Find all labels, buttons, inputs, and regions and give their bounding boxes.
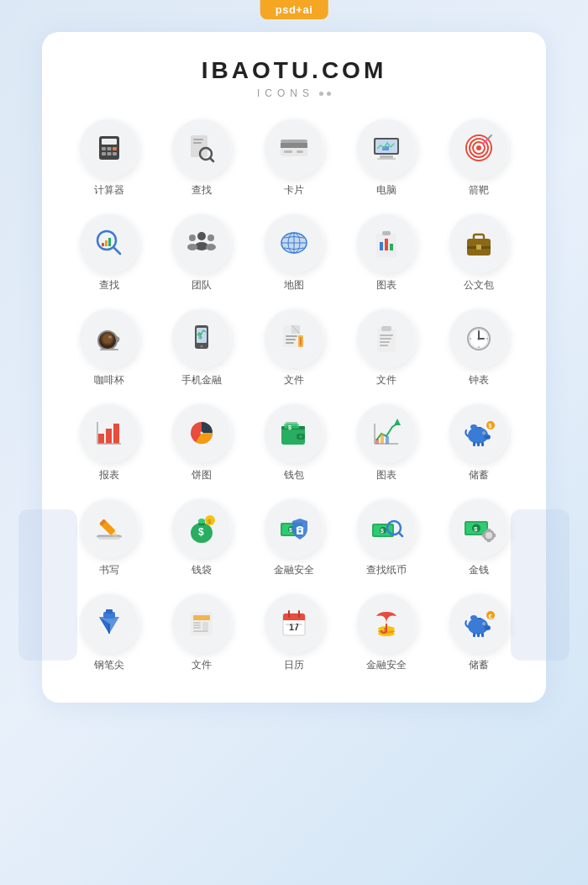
svg-rect-1 (102, 139, 117, 145)
svg-rect-174 (298, 624, 302, 625)
svg-point-58 (108, 336, 112, 339)
briefcase-icon (449, 213, 509, 273)
svg-point-36 (189, 234, 196, 241)
list-item: 饼图 (160, 403, 244, 482)
finance-security2-icon: $ (356, 593, 417, 653)
svg-rect-4 (113, 147, 117, 150)
svg-point-92 (201, 432, 203, 435)
svg-rect-157 (106, 609, 113, 614)
svg-rect-20 (380, 155, 393, 158)
list-item: 书写 (67, 498, 151, 577)
piggybank2-icon: € (449, 593, 509, 653)
list-item: 公文包 (437, 213, 521, 292)
barchart-icon (79, 403, 139, 463)
svg-rect-87 (106, 429, 112, 444)
svg-point-185 (486, 627, 487, 629)
svg-rect-172 (286, 624, 290, 625)
svg-rect-114 (477, 427, 481, 429)
svg-point-62 (201, 345, 203, 348)
svg-point-128 (198, 519, 205, 524)
svg-rect-70 (300, 337, 302, 345)
svg-point-81 (478, 338, 480, 340)
list-item: 文件 (344, 308, 428, 387)
svg-point-182 (470, 615, 477, 620)
svg-point-37 (187, 244, 197, 250)
svg-rect-31 (102, 243, 104, 246)
svg-rect-105 (381, 434, 384, 444)
svg-point-95 (299, 435, 302, 439)
list-item: 箭靶 (437, 118, 521, 198)
list-item: $ 查找纸币 (344, 498, 428, 577)
svg-point-149 (486, 532, 492, 539)
list-item: 电脑 (344, 118, 428, 198)
chart1-icon (356, 213, 417, 273)
mobile-finance-icon: $ (171, 308, 232, 368)
svg-rect-66 (286, 335, 297, 337)
svg-text:$: $ (207, 518, 212, 525)
svg-rect-104 (375, 439, 379, 444)
svg-rect-2 (102, 147, 106, 150)
svg-rect-72 (381, 326, 391, 331)
svg-rect-17 (281, 140, 307, 143)
svg-rect-71 (377, 329, 396, 352)
svg-text:$: $ (289, 527, 292, 534)
svg-text:$: $ (288, 424, 291, 431)
list-item: 计算器 (67, 118, 151, 198)
list-item: $ $ 钱袋 (160, 498, 244, 577)
svg-rect-168 (283, 618, 305, 620)
pen-nib-icon (79, 593, 139, 653)
svg-rect-165 (193, 630, 208, 632)
svg-point-113 (487, 436, 489, 438)
svg-rect-53 (476, 245, 481, 250)
svg-point-109 (470, 424, 477, 429)
search1-icon (171, 118, 232, 178)
chart2-icon (356, 403, 417, 463)
svg-rect-187 (477, 618, 481, 619)
list-item: $ 金钱 (437, 498, 521, 577)
map-icon (264, 213, 324, 273)
svg-rect-3 (108, 147, 112, 150)
svg-rect-33 (108, 238, 111, 246)
main-card: IBAOTU.COM ICONS 计算器 (42, 32, 546, 703)
svg-rect-15 (284, 150, 292, 153)
svg-rect-32 (105, 240, 108, 246)
svg-point-184 (483, 623, 485, 624)
search2-icon (79, 213, 139, 273)
svg-rect-59 (100, 349, 118, 350)
svg-rect-49 (390, 244, 393, 250)
clock-icon (449, 308, 509, 368)
svg-line-30 (113, 247, 120, 254)
search-bill-icon: $ (356, 498, 417, 558)
list-item: 17 日历 (252, 593, 336, 672)
svg-rect-116 (477, 442, 480, 446)
svg-point-57 (102, 334, 113, 344)
svg-rect-7 (113, 152, 117, 155)
svg-rect-152 (482, 534, 485, 537)
top-badge: psd+ai (260, 0, 328, 19)
svg-rect-153 (493, 534, 496, 537)
svg-rect-190 (481, 633, 484, 637)
list-item: 地图 (252, 213, 336, 292)
money-icon: $ (449, 498, 509, 558)
svg-line-143 (399, 533, 402, 536)
svg-point-112 (486, 436, 487, 438)
svg-rect-161 (193, 622, 201, 624)
document3-icon (171, 593, 232, 653)
list-item: 图表 (344, 213, 428, 292)
card-title: IBAOTU.COM (67, 57, 521, 84)
svg-text:17: 17 (289, 622, 299, 632)
svg-rect-188 (473, 633, 475, 637)
list-item: $ 钱包 (252, 403, 336, 482)
svg-rect-121 (98, 538, 120, 540)
svg-text:$: $ (489, 423, 492, 429)
moneybag-icon: $ $ (171, 498, 232, 558)
svg-rect-21 (377, 158, 396, 160)
svg-text:$: $ (198, 526, 204, 538)
piggybank1-icon: $ (449, 403, 509, 463)
calculator-icon (79, 118, 139, 178)
list-item: 文件 (160, 593, 244, 672)
svg-point-26 (476, 145, 481, 150)
document2-icon (356, 308, 417, 368)
svg-rect-163 (193, 627, 201, 629)
svg-point-108 (484, 435, 491, 440)
